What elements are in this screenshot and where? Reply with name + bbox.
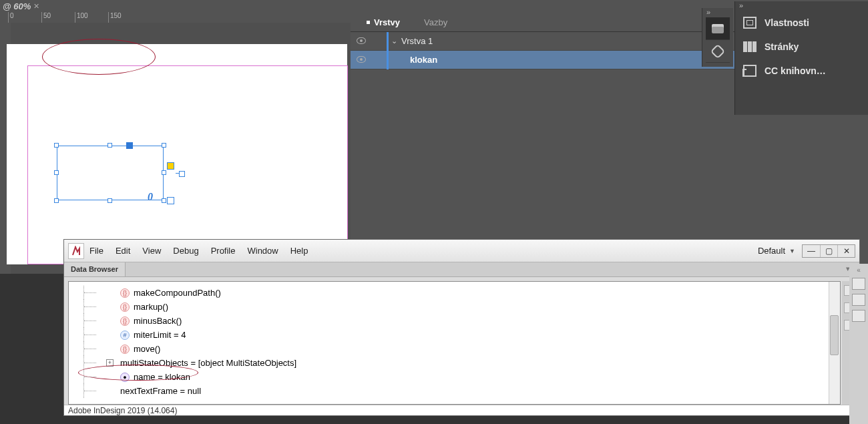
tree-row[interactable]: +multiStateObjects = [object MultiStateO… bbox=[81, 356, 827, 370]
dock-item-label: CC knihovn… bbox=[765, 65, 826, 76]
eye-icon bbox=[357, 56, 366, 63]
collapse-dock-icon[interactable]: » bbox=[735, 1, 868, 11]
tree-row-text: minusBack() bbox=[134, 316, 182, 326]
scrollbar-vertical[interactable] bbox=[829, 282, 840, 404]
workspace-label: Default bbox=[758, 246, 785, 256]
ruler-horizontal: 0 50 100 150 bbox=[0, 12, 351, 23]
resize-handle[interactable] bbox=[162, 198, 166, 203]
menu-debug[interactable]: Debug bbox=[173, 246, 198, 256]
resize-handle[interactable] bbox=[162, 143, 166, 148]
workspace-dropdown[interactable]: Default ▼ bbox=[751, 246, 802, 256]
dock-item-label: Vlastnosti bbox=[765, 17, 809, 28]
visibility-toggle[interactable] bbox=[351, 55, 372, 65]
tab-links[interactable]: Vazby bbox=[412, 13, 459, 31]
tree-row[interactable]: ●name = klokan bbox=[81, 370, 827, 384]
tree-row[interactable]: #miterLimit = 4 bbox=[81, 328, 827, 342]
cc-library-icon bbox=[743, 65, 756, 77]
tree-row[interactable]: nextTextFrame = null bbox=[81, 384, 827, 398]
window-controls: — ▢ ✕ bbox=[802, 244, 855, 258]
data-browser-tree[interactable]: {}makeCompoundPath(){}markup(){}minusBac… bbox=[68, 281, 841, 405]
strip-button[interactable] bbox=[852, 278, 865, 290]
visibility-toggle[interactable] bbox=[351, 36, 372, 46]
tree-row[interactable]: {}minusBack() bbox=[81, 314, 827, 328]
strip-button[interactable] bbox=[852, 310, 865, 322]
live-corner-handle[interactable] bbox=[167, 162, 174, 170]
menu-profile[interactable]: Profile bbox=[211, 246, 236, 256]
expand-dock-icon[interactable]: » bbox=[702, 8, 714, 17]
pages-icon bbox=[743, 41, 756, 52]
dock-item-pages[interactable]: Stránky bbox=[735, 35, 868, 59]
links-dock-icon[interactable] bbox=[706, 40, 730, 63]
minimize-button[interactable]: — bbox=[803, 245, 820, 257]
tree-row-text: makeCompoundPath() bbox=[134, 288, 221, 298]
dock-item-cc-libraries[interactable]: CC knihovn… bbox=[735, 59, 868, 83]
rotate-handle[interactable] bbox=[176, 173, 181, 174]
function-icon: {} bbox=[120, 302, 130, 312]
menu-edit[interactable]: Edit bbox=[116, 246, 130, 256]
menu-window[interactable]: Window bbox=[247, 246, 278, 256]
estk-titlebar[interactable]: File Edit View Debug Profile Window Help… bbox=[64, 240, 859, 262]
resize-handle[interactable] bbox=[54, 143, 59, 148]
tree-row[interactable]: {}markup() bbox=[81, 300, 827, 314]
layer-name[interactable]: Vrstva 1 bbox=[401, 36, 433, 46]
out-port[interactable] bbox=[167, 197, 174, 204]
document-canvas[interactable]: 0 50 100 150 0 bbox=[0, 12, 351, 274]
function-icon: {} bbox=[120, 345, 130, 354]
tree-row-text: move() bbox=[134, 344, 160, 354]
layer-item-name[interactable]: klokan bbox=[410, 55, 437, 65]
rotation-indicator: 0 bbox=[148, 191, 153, 203]
close-icon[interactable]: ✕ bbox=[33, 2, 39, 11]
extendscript-toolkit-window[interactable]: File Edit View Debug Profile Window Help… bbox=[63, 239, 860, 416]
dock-item-properties[interactable]: Vlastnosti bbox=[735, 11, 868, 35]
number-icon: # bbox=[120, 331, 130, 340]
resize-handle[interactable] bbox=[107, 198, 112, 203]
function-icon: {} bbox=[120, 316, 130, 326]
tree-row-text: name = klokan bbox=[134, 372, 190, 382]
tree-row[interactable]: {}makeCompoundPath() bbox=[81, 286, 827, 300]
menu-view[interactable]: View bbox=[142, 246, 161, 256]
resize-handle[interactable] bbox=[107, 143, 112, 148]
chevron-down-icon[interactable]: ⌄ bbox=[391, 37, 397, 45]
resize-handle[interactable] bbox=[54, 198, 59, 203]
tree-row-text: miterLimit = 4 bbox=[134, 330, 186, 340]
tree-row[interactable]: {}move() bbox=[81, 342, 827, 356]
dock-item-label: Stránky bbox=[765, 41, 799, 52]
menu-help[interactable]: Help bbox=[290, 246, 308, 256]
selected-frame[interactable]: 0 bbox=[57, 146, 164, 200]
tab-layers[interactable]: Vrstvy bbox=[355, 13, 412, 31]
right-tool-strip: « bbox=[849, 264, 868, 424]
eye-icon bbox=[357, 37, 366, 44]
status-text: Adobe InDesign 2019 (14.064) bbox=[68, 406, 177, 415]
tree-row-text: multiStateObjects = [object MultiStateOb… bbox=[120, 358, 296, 368]
function-icon: {} bbox=[120, 288, 130, 298]
chevron-down-icon: ▼ bbox=[789, 248, 795, 254]
tab-data-browser[interactable]: Data Browser bbox=[64, 262, 126, 276]
tree-row-text: nextTextFrame = null bbox=[120, 386, 201, 396]
zoom-label: @ 60% bbox=[3, 1, 31, 11]
property-icon: ● bbox=[120, 373, 130, 382]
dock-panel-list: » Vlastnosti Stránky CC knihovn… bbox=[734, 1, 868, 115]
dock-mini: » bbox=[702, 8, 733, 67]
estk-menubar: File Edit View Debug Profile Window Help bbox=[89, 246, 308, 256]
maximize-button[interactable]: ▢ bbox=[820, 245, 837, 257]
layers-dock-icon[interactable] bbox=[706, 17, 730, 40]
expand-toggle[interactable]: + bbox=[106, 359, 114, 367]
close-button[interactable]: ✕ bbox=[837, 245, 855, 257]
properties-icon bbox=[743, 17, 756, 29]
strip-button[interactable] bbox=[852, 294, 865, 306]
estk-statusbar: Adobe InDesign 2019 (14.064) bbox=[64, 405, 859, 415]
scrollbar-thumb[interactable] bbox=[830, 315, 839, 355]
resize-handle[interactable] bbox=[162, 170, 166, 175]
menu-file[interactable]: File bbox=[89, 246, 103, 256]
expand-strip-icon[interactable]: « bbox=[857, 266, 861, 274]
content-grabber[interactable] bbox=[126, 142, 133, 149]
tree-row-text: markup() bbox=[134, 302, 168, 312]
resize-handle[interactable] bbox=[54, 170, 59, 175]
estk-app-icon bbox=[68, 243, 84, 259]
